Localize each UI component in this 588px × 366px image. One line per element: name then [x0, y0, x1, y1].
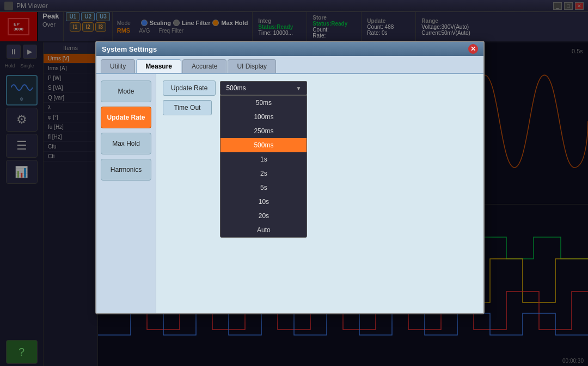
- selected-text: 500ms: [226, 84, 246, 92]
- tab-measure[interactable]: Measure: [136, 59, 181, 73]
- option-1s[interactable]: 1s: [220, 152, 307, 166]
- modal-right-panel: Update Rate 500ms ▼ 50ms 100ms 250ms 500…: [156, 74, 483, 313]
- modal-tabs: Utility Measure Accurate UI Display: [96, 56, 483, 74]
- option-auto[interactable]: Auto: [220, 223, 307, 237]
- tab-utility[interactable]: Utility: [101, 59, 135, 73]
- dropdown-list: 50ms 100ms 250ms 500ms 1s 2s 5s 10s 20s …: [220, 95, 307, 238]
- option-10s[interactable]: 10s: [220, 195, 307, 209]
- modal-overlay: System Settings ✕ Utility Measure Accura…: [0, 0, 588, 366]
- max-hold-button[interactable]: Max Hold: [101, 133, 151, 154]
- option-50ms[interactable]: 50ms: [220, 96, 307, 110]
- update-rate-dropdown[interactable]: 500ms ▼ 50ms 100ms 250ms 500ms 1s 2s 5s …: [220, 81, 307, 95]
- option-500ms[interactable]: 500ms: [220, 138, 307, 152]
- option-20s[interactable]: 20s: [220, 209, 307, 223]
- update-rate-label-btn[interactable]: Update Rate: [163, 80, 216, 96]
- option-5s[interactable]: 5s: [220, 181, 307, 195]
- tab-ui-display[interactable]: UI Display: [228, 59, 276, 73]
- modal-body: Mode Update Rate Max Hold Harmonics Upda…: [96, 74, 483, 313]
- option-250ms[interactable]: 250ms: [220, 124, 307, 138]
- modal-title: System Settings: [102, 45, 157, 53]
- modal-title-bar: System Settings ✕: [96, 42, 483, 56]
- update-rate-row: Update Rate 500ms ▼ 50ms 100ms 250ms 500…: [163, 80, 477, 96]
- timeout-label-btn[interactable]: Time Out: [163, 100, 212, 115]
- dropdown-selected-value[interactable]: 500ms ▼: [220, 81, 307, 95]
- tab-accurate[interactable]: Accurate: [182, 59, 226, 73]
- mode-button[interactable]: Mode: [101, 80, 151, 102]
- update-rate-button[interactable]: Update Rate: [101, 107, 151, 128]
- option-100ms[interactable]: 100ms: [220, 110, 307, 124]
- modal-close-button[interactable]: ✕: [468, 44, 478, 54]
- dropdown-arrow-icon: ▼: [296, 85, 301, 91]
- system-settings-dialog: System Settings ✕ Utility Measure Accura…: [95, 41, 485, 314]
- timeout-row: Time Out: [163, 100, 477, 115]
- option-2s[interactable]: 2s: [220, 166, 307, 181]
- harmonics-button[interactable]: Harmonics: [101, 159, 151, 181]
- modal-left-panel: Mode Update Rate Max Hold Harmonics: [96, 74, 156, 313]
